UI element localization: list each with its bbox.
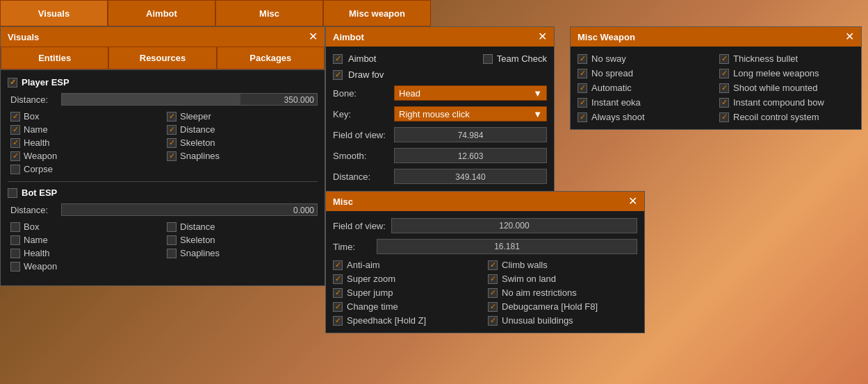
mw-check-7[interactable] xyxy=(719,98,729,108)
player-opt-corpse-label: Corpse xyxy=(24,164,53,174)
vis-tab-entities[interactable]: Entities xyxy=(1,47,108,69)
misc-check-unusual-buildings[interactable] xyxy=(488,316,498,326)
misc-close-button[interactable]: ✕ xyxy=(628,196,637,207)
bot-options-grid: Box Distance Name Skeleton Health Snapli… xyxy=(8,222,318,272)
bone-row: Bone: Head ▼ xyxy=(333,85,547,101)
player-opt-weapon-label: Weapon xyxy=(24,151,57,161)
player-opt-snaplines: Snaplines xyxy=(167,151,318,161)
smooth-input[interactable]: 12.603 xyxy=(394,148,547,163)
aimbot-close-button[interactable]: ✕ xyxy=(538,31,547,42)
aimbot-distance-input[interactable]: 349.140 xyxy=(394,169,547,184)
aimbot-distance-label: Distance: xyxy=(333,172,388,182)
bone-value: Head xyxy=(399,88,420,99)
misc-label-no-aim-restrictions: No aim restrictions xyxy=(502,287,577,298)
bot-opt-weapon-label: Weapon xyxy=(24,261,57,272)
bot-esp-checkbox[interactable] xyxy=(8,188,17,198)
aimbot-title: Aimbot xyxy=(333,32,364,42)
aimbot-main-checkbox[interactable] xyxy=(333,54,343,64)
draw-fov-label: Draw fov xyxy=(348,69,384,80)
fov-row: Field of view: 74.984 xyxy=(333,127,547,142)
misc-weapon-close-button[interactable]: ✕ xyxy=(845,31,854,42)
misc-check-no-aim-restrictions[interactable] xyxy=(488,288,498,298)
mw-check-0[interactable] xyxy=(578,54,587,64)
vis-tab-packages[interactable]: Packages xyxy=(217,47,325,69)
misc-label-anti-aim: Anti-aim xyxy=(347,260,380,270)
bot-opt-skeleton: Skeleton xyxy=(167,235,318,245)
bot-opt-distance-check[interactable] xyxy=(167,222,177,232)
bot-opt-snaplines-check[interactable] xyxy=(167,249,177,258)
visuals-panel: Visuals ✕ Entities Resources Packages Pl… xyxy=(0,26,325,286)
mw-check-4[interactable] xyxy=(578,83,587,93)
mw-check-5[interactable] xyxy=(719,83,729,93)
nav-tab-misc-weapon[interactable]: Misc weapon xyxy=(323,0,431,26)
mw-check-2[interactable] xyxy=(578,69,587,78)
bot-opt-name-check[interactable] xyxy=(10,235,20,245)
bot-distance-bar[interactable]: 0.000 xyxy=(61,203,318,216)
player-opt-box-check[interactable] xyxy=(10,112,20,122)
key-label: Key: xyxy=(333,109,388,119)
misc-item-climb-walls: Climb walls xyxy=(488,260,637,270)
aimbot-check-row: Aimbot Team Check xyxy=(333,53,547,64)
player-opt-sleeper-label: Sleeper xyxy=(180,111,211,122)
bot-opt-skeleton-check[interactable] xyxy=(167,235,177,245)
mw-label-8: Always shoot xyxy=(591,112,645,122)
player-opt-snaplines-check[interactable] xyxy=(167,151,177,161)
player-opt-corpse-check[interactable] xyxy=(10,165,20,174)
misc-check-climb-walls[interactable] xyxy=(488,260,498,270)
nav-tab-aimbot[interactable]: Aimbot xyxy=(108,0,215,26)
nav-tab-misc[interactable]: Misc xyxy=(215,0,323,26)
bone-dropdown[interactable]: Head ▼ xyxy=(394,85,547,101)
misc-check-super-zoom[interactable] xyxy=(333,274,343,284)
bot-opt-weapon-check[interactable] xyxy=(10,262,20,272)
key-dropdown[interactable]: Right mouse click ▼ xyxy=(394,106,547,122)
fov-input[interactable]: 74.984 xyxy=(394,127,547,142)
player-opt-corpse: Corpse xyxy=(10,164,161,174)
player-distance-bar[interactable]: 350.000 xyxy=(61,93,318,106)
mw-check-6[interactable] xyxy=(578,98,587,108)
misc-check-swim-on-land[interactable] xyxy=(488,274,498,284)
player-opt-name-check[interactable] xyxy=(10,125,20,135)
player-distance-label: Distance: xyxy=(10,94,56,105)
nav-tab-visuals[interactable]: Visuals xyxy=(0,0,108,26)
team-check-checkbox[interactable] xyxy=(483,54,493,64)
bone-label: Bone: xyxy=(333,88,388,99)
player-opt-sleeper-check[interactable] xyxy=(167,112,177,122)
draw-fov-checkbox[interactable] xyxy=(333,70,343,80)
misc-panel: Misc ✕ Field of view: 120.000 Time: 16.1… xyxy=(325,191,645,333)
top-nav: Visuals Aimbot Misc Misc weapon xyxy=(0,0,431,26)
vis-tab-resources[interactable]: Resources xyxy=(108,47,216,69)
misc-check-change-time[interactable] xyxy=(333,302,343,312)
bot-opt-weapon: Weapon xyxy=(10,261,161,272)
misc-check-speedhack[interactable] xyxy=(333,316,343,326)
player-opt-health-check[interactable] xyxy=(10,138,20,148)
player-options-grid: Box Sleeper Name Distance Health Skeleto… xyxy=(8,111,318,174)
misc-options-grid: Anti-aim Climb walls Super zoom Swim on … xyxy=(333,260,637,326)
mw-check-3[interactable] xyxy=(719,69,729,78)
mw-label-9: Recoil control system xyxy=(733,112,819,122)
misc-item-change-time: Change time xyxy=(333,301,482,312)
mw-check-1[interactable] xyxy=(719,54,729,64)
misc-weapon-title: Misc Weapon xyxy=(578,32,635,42)
mw-check-9[interactable] xyxy=(719,112,729,122)
player-opt-distance-check[interactable] xyxy=(167,125,177,135)
mw-label-7: Instant compound bow xyxy=(733,97,824,108)
misc-time-value: 16.181 xyxy=(377,240,637,253)
misc-check-anti-aim[interactable] xyxy=(333,260,343,270)
misc-item-swim-on-land: Swim on land xyxy=(488,274,637,284)
mw-check-8[interactable] xyxy=(578,112,587,122)
bone-dropdown-arrow: ▼ xyxy=(533,88,542,99)
misc-time-bar[interactable]: 16.181 xyxy=(377,239,637,254)
player-opt-weapon-check[interactable] xyxy=(10,151,20,161)
player-distance-value: 350.000 xyxy=(284,94,314,106)
bot-opt-health-check[interactable] xyxy=(10,249,20,258)
player-esp-checkbox[interactable] xyxy=(8,78,17,87)
mw-item-7: Instant compound bow xyxy=(719,97,854,108)
bot-opt-box-check[interactable] xyxy=(10,222,20,232)
misc-item-no-aim-restrictions: No aim restrictions xyxy=(488,287,637,298)
misc-check-super-jump[interactable] xyxy=(333,288,343,298)
visuals-close-button[interactable]: ✕ xyxy=(309,31,318,42)
misc-check-debugcamera[interactable] xyxy=(488,302,498,312)
player-opt-skeleton-check[interactable] xyxy=(167,138,177,148)
misc-weapon-content: No sway Thickness bullet No spread Long … xyxy=(571,47,861,129)
misc-fov-bar[interactable]: 120.000 xyxy=(391,218,637,233)
